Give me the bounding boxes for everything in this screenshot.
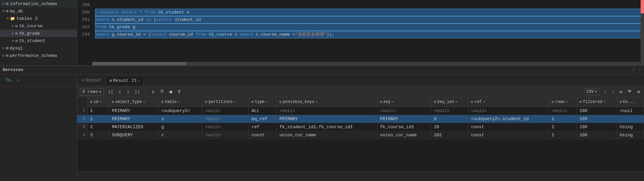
- table-cell[interactable]: <null>: [202, 123, 249, 131]
- result-table-container[interactable]: ⊞ id ⇅ ⊞ select_type ⇅: [77, 97, 644, 172]
- table-cell[interactable]: MATERIALIZED: [109, 123, 158, 131]
- tab-result21[interactable]: ⊞ Result 21 ✕: [106, 76, 144, 85]
- table-cell[interactable]: <null>: [277, 107, 377, 115]
- table-cell[interactable]: union_cor_name: [277, 131, 377, 139]
- col-header-key-len[interactable]: ⊞ key_len ⇅: [431, 97, 468, 107]
- sidebar-item-performance-schema[interactable]: ▷ ⊞ performance_schema: [0, 52, 77, 59]
- col-header-key[interactable]: ⊞ key ⇅: [377, 97, 431, 107]
- table-row[interactable]: 21PRIMARYs<null>eq_refPRIMARYPRIMARY8<su…: [77, 115, 644, 123]
- table-cell[interactable]: <null>: [202, 107, 249, 115]
- table-cell[interactable]: eq_ref: [249, 115, 277, 123]
- services-collapse-icon[interactable]: −: [639, 67, 641, 73]
- tx-label[interactable]: Tx.: [3, 76, 16, 84]
- table-cell[interactable]: 1: [87, 107, 109, 115]
- table-cell[interactable]: PRIMARY: [377, 115, 431, 123]
- table-cell[interactable]: 1: [549, 115, 577, 123]
- table-cell[interactable]: 100: [577, 131, 617, 139]
- table-cell[interactable]: g: [158, 123, 202, 131]
- table-cell[interactable]: 100: [577, 115, 617, 123]
- table-cell[interactable]: s: [158, 115, 202, 123]
- table-cell[interactable]: 1: [77, 107, 87, 115]
- col-header-partitions[interactable]: ⊞ partitions ⇅: [202, 97, 249, 107]
- tab-close-icon[interactable]: ✕: [138, 78, 140, 82]
- table-cell[interactable]: 1: [549, 131, 577, 139]
- table-cell[interactable]: PRIMARY: [109, 115, 158, 123]
- table-cell[interactable]: 100: [577, 123, 617, 131]
- sidebar-item-my-db[interactable]: ▽ ⊞ my_db: [0, 7, 77, 15]
- table-row[interactable]: 43SUBQUERYc<null>constunion_cor_nameunio…: [77, 131, 644, 139]
- nav-last-btn[interactable]: ⟩⟩: [133, 88, 141, 95]
- scrollbar-thumb[interactable]: [92, 62, 186, 65]
- table-cell[interactable]: <null>: [549, 107, 577, 115]
- services-menu-icon[interactable]: ⋮: [631, 67, 636, 73]
- table-cell[interactable]: <null: [617, 107, 644, 115]
- table-cell[interactable]: [617, 115, 644, 123]
- col-header-type[interactable]: ⊞ type ⇅: [249, 97, 277, 107]
- col-header-select-type[interactable]: ⊞ select_type ⇅: [109, 97, 158, 107]
- settings-btn[interactable]: ⚙: [636, 88, 641, 95]
- horizontal-scrollbar[interactable]: [92, 62, 644, 65]
- table-cell[interactable]: <null>: [202, 131, 249, 139]
- view-btn[interactable]: 👁: [626, 88, 633, 95]
- sidebar-item-tables[interactable]: ▽ 📁 tables 3: [0, 15, 77, 22]
- clock-btn[interactable]: ⏱: [158, 88, 166, 95]
- table-cell[interactable]: const: [468, 131, 549, 139]
- table-cell[interactable]: <subquery2>.student_id: [468, 115, 549, 123]
- table-cell[interactable]: PRIMARY: [109, 107, 158, 115]
- tab-output[interactable]: ≡ Output: [79, 76, 104, 85]
- col-header-rows[interactable]: ⊞ rows ⇅: [549, 97, 577, 107]
- code-content[interactable]: ✓ explain select * from tb_student s whe…: [92, 0, 644, 65]
- table-cell[interactable]: SUBQUERY: [109, 131, 158, 139]
- table-cell[interactable]: fk_student_id1,fk_course_id1: [277, 123, 377, 131]
- table-cell[interactable]: 2: [549, 123, 577, 131]
- table-cell[interactable]: const: [249, 131, 277, 139]
- sidebar-item-tb-student[interactable]: ▷ ⊞ tb_student: [0, 37, 77, 44]
- col-header-extra[interactable]: ⊞ Ex...: [617, 97, 644, 107]
- pin-btn[interactable]: ⚲: [176, 88, 182, 95]
- col-header-ref[interactable]: ⊞ ref ⇅: [468, 97, 549, 107]
- nav-next-btn[interactable]: ⟩: [125, 88, 131, 95]
- table-cell[interactable]: const: [468, 123, 549, 131]
- sidebar-item-tb-grade[interactable]: ▷ ⊞ tb_grade: [0, 30, 77, 37]
- sidebar-item-tb-course[interactable]: ▷ ⊞ tb_course: [0, 22, 77, 30]
- table-cell[interactable]: 3: [87, 131, 109, 139]
- csv-btn[interactable]: CSV ▾: [584, 88, 600, 95]
- table-cell[interactable]: Using: [617, 123, 644, 131]
- table-cell[interactable]: <null>: [377, 107, 431, 115]
- table-cell[interactable]: ref: [249, 123, 277, 131]
- col-header-possible-keys[interactable]: ⊞ possible_keys ⇅: [277, 97, 377, 107]
- table-cell[interactable]: 2: [77, 115, 87, 123]
- table-cell[interactable]: 20: [431, 123, 468, 131]
- stop-btn[interactable]: ◼: [168, 88, 174, 95]
- table-row[interactable]: 32MATERIALIZEDg<null>reffk_student_id1,f…: [77, 123, 644, 131]
- table-cell[interactable]: Using: [617, 131, 644, 139]
- upload-btn[interactable]: ↑: [610, 88, 616, 95]
- col-header-filtered[interactable]: ⊞ filtered ⇅: [577, 97, 617, 107]
- sync-btn[interactable]: ⇄: [618, 88, 624, 95]
- rows-dropdown[interactable]: 4 rows ▾: [80, 88, 104, 96]
- table-cell[interactable]: 100: [577, 107, 617, 115]
- nav-prev-btn[interactable]: ⟨: [117, 88, 123, 95]
- scrollbar-thumb-v[interactable]: [641, 0, 644, 13]
- table-cell[interactable]: <null>: [431, 107, 468, 115]
- table-cell[interactable]: union_cor_name: [377, 131, 431, 139]
- col-header-id[interactable]: ⊞ id ⇅: [87, 97, 109, 107]
- vertical-scrollbar[interactable]: [641, 0, 644, 62]
- table-cell[interactable]: ALL: [249, 107, 277, 115]
- refresh-btn[interactable]: ↻: [150, 88, 156, 95]
- table-cell[interactable]: 4: [77, 131, 87, 139]
- table-cell[interactable]: PRIMARY: [277, 115, 377, 123]
- table-cell[interactable]: <null>: [202, 115, 249, 123]
- table-cell[interactable]: <null>: [468, 107, 549, 115]
- nav-first-btn[interactable]: ⟨⟨: [107, 88, 115, 95]
- sidebar-item-information-schema[interactable]: ▷ ⊞ information_schema: [0, 0, 77, 7]
- table-cell[interactable]: c: [158, 131, 202, 139]
- table-cell[interactable]: 3: [77, 123, 87, 131]
- sidebar-item-mysql[interactable]: ▷ ⊞ mysql: [0, 44, 77, 52]
- export-btn[interactable]: ↓: [602, 88, 608, 95]
- table-cell[interactable]: 8: [431, 115, 468, 123]
- table-row[interactable]: 11PRIMARY<subquery2><null>ALL<null><null…: [77, 107, 644, 115]
- table-cell[interactable]: <subquery2>: [158, 107, 202, 115]
- table-cell[interactable]: fk_course_id1: [377, 123, 431, 131]
- col-header-table[interactable]: ⊞ table ⇅: [158, 97, 202, 107]
